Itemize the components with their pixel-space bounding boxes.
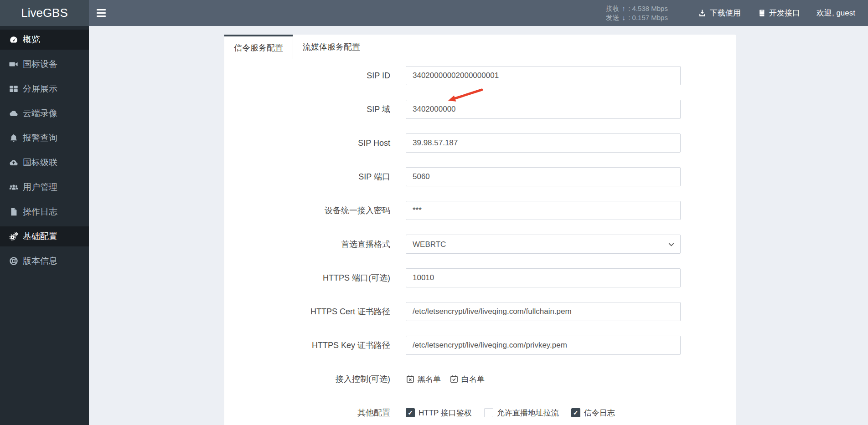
sidebar-item-label: 国标级联	[23, 157, 57, 169]
bandwidth-stats: 接收 ↑ : 4.538 Mbps 发送 ↓ : 0.157 Mbps	[605, 4, 668, 22]
header-right: 接收 ↑ : 4.538 Mbps 发送 ↓ : 0.157 Mbps 下载使用…	[605, 0, 868, 26]
sidebar-item-overview[interactable]: 概览	[0, 30, 89, 50]
form-row-live-format: 首选直播格式 WEBRTC	[224, 235, 736, 254]
sidebar-toggle-button[interactable]	[97, 0, 107, 26]
sidebar-item-label: 版本信息	[23, 255, 57, 267]
sidebar-item-label: 概览	[23, 34, 40, 46]
version-icon	[8, 256, 19, 266]
download-icon	[698, 9, 707, 17]
field-label: HTTPS Key 证书路径	[224, 340, 390, 351]
https-cert-path-input[interactable]	[406, 302, 681, 321]
hamburger-icon	[97, 12, 106, 14]
receive-rate: 接收 ↑ : 4.538 Mbps	[605, 4, 668, 13]
hamburger-icon	[97, 9, 106, 10]
checkbox-icon	[484, 408, 493, 417]
form-row-sip-id: SIP ID	[224, 66, 736, 85]
sidebar-item-user-management[interactable]: 用户管理	[0, 177, 89, 197]
allow-live-url-pull-checkbox[interactable]: 允许直播地址拉流	[484, 408, 559, 418]
sidebar-item-split-screen[interactable]: 分屏展示	[0, 79, 89, 99]
download-link[interactable]: 下载使用	[698, 8, 741, 18]
send-rate: 发送 ↓ : 0.157 Mbps	[605, 13, 668, 22]
form-row-https-cert: HTTPS Cert 证书路径	[224, 302, 736, 321]
arrow-up-icon: ↑	[621, 5, 627, 12]
field-label: SIP 端口	[224, 171, 390, 182]
dashboard-icon	[8, 35, 19, 45]
cloud-upload-icon	[8, 158, 19, 168]
sidebar-item-version-info[interactable]: 版本信息	[0, 251, 89, 271]
sidebar-item-label: 操作日志	[23, 206, 57, 218]
field-label: 其他配置	[224, 407, 390, 418]
checkbox-icon	[406, 408, 415, 417]
form-row-access-control: 接入控制(可选) 黑名单 白名单	[224, 369, 736, 389]
app-logo[interactable]: LiveGBS	[0, 0, 89, 26]
sidebar-nav: 概览 国标设备 分屏展示 云端录像 报警查询 国标级联 用户管理	[0, 26, 89, 425]
sidebar-item-label: 云端录像	[23, 108, 57, 119]
blacklist-button[interactable]: 黑名单	[406, 374, 441, 384]
sidebar-item-basic-config[interactable]: 基础配置	[0, 226, 89, 246]
sip-port-input[interactable]	[406, 167, 681, 186]
top-header: LiveGBS 接收 ↑ : 4.538 Mbps 发送 ↓ : 0.157 M…	[0, 0, 868, 26]
sidebar-item-gb-cascade[interactable]: 国标级联	[0, 153, 89, 173]
form-row-sip-host: SIP Host	[224, 133, 736, 153]
field-label: SIP ID	[224, 71, 390, 81]
tab-signaling-service-config[interactable]: 信令服务配置	[224, 35, 293, 59]
calendar-times-icon	[406, 374, 415, 384]
signaling-log-checkbox[interactable]: 信令日志	[571, 408, 615, 418]
sip-id-input[interactable]	[406, 66, 681, 85]
field-label: SIP Host	[224, 138, 390, 148]
file-icon	[8, 207, 19, 217]
main-content: 信令服务配置 流媒体服务配置 SIP ID SIP 域 SIP Host SIP…	[89, 26, 868, 425]
form-row-https-key: HTTPS Key 证书路径	[224, 336, 736, 355]
field-label: HTTPS 端口(可选)	[224, 272, 390, 283]
form-row-https-port: HTTPS 端口(可选)	[224, 268, 736, 287]
preferred-live-format-select[interactable]: WEBRTC	[406, 235, 681, 254]
sip-domain-input[interactable]	[406, 100, 681, 119]
sidebar-item-label: 报警查询	[23, 132, 57, 144]
sidebar-item-alarm-query[interactable]: 报警查询	[0, 128, 89, 148]
signaling-config-form: SIP ID SIP 域 SIP Host SIP 端口 设备统一接入密码 首选	[224, 59, 736, 422]
users-icon	[8, 182, 19, 192]
form-row-device-password: 设备统一接入密码	[224, 201, 736, 220]
checkbox-icon	[571, 408, 580, 417]
hamburger-icon	[97, 15, 106, 17]
cloud-icon	[8, 108, 19, 118]
calendar-check-icon	[450, 374, 459, 384]
gears-icon	[8, 231, 19, 241]
book-icon	[757, 9, 766, 17]
field-label: HTTPS Cert 证书路径	[224, 306, 390, 317]
sidebar-item-cloud-recording[interactable]: 云端录像	[0, 103, 89, 123]
sidebar-item-gb-devices[interactable]: 国标设备	[0, 54, 89, 74]
form-row-other-config: 其他配置 HTTP 接口鉴权 允许直播地址拉流 信令日志	[224, 403, 736, 422]
api-docs-link[interactable]: 开发接口	[757, 8, 800, 18]
field-label: 接入控制(可选)	[224, 374, 390, 384]
form-row-sip-port: SIP 端口	[224, 167, 736, 186]
sidebar-item-label: 用户管理	[23, 181, 57, 193]
whitelist-button[interactable]: 白名单	[450, 374, 485, 384]
config-tabs: 信令服务配置 流媒体服务配置	[224, 35, 736, 59]
https-key-path-input[interactable]	[406, 336, 681, 355]
config-card: 信令服务配置 流媒体服务配置 SIP ID SIP 域 SIP Host SIP…	[224, 35, 736, 425]
grid-icon	[8, 84, 19, 94]
sidebar-item-label: 国标设备	[23, 58, 57, 70]
camera-icon	[8, 59, 19, 69]
sidebar-item-operation-log[interactable]: 操作日志	[0, 202, 89, 222]
user-menu[interactable]: 欢迎, guest	[816, 8, 855, 18]
sip-host-input[interactable]	[406, 133, 681, 153]
sidebar-item-label: 分屏展示	[23, 83, 57, 95]
tab-media-service-config[interactable]: 流媒体服务配置	[293, 35, 370, 59]
bell-icon	[8, 133, 19, 143]
field-label: SIP 域	[224, 104, 390, 115]
field-label: 设备统一接入密码	[224, 205, 390, 216]
https-port-input[interactable]	[406, 268, 681, 287]
field-label: 首选直播格式	[224, 239, 390, 250]
sidebar-item-label: 基础配置	[23, 230, 57, 242]
http-api-auth-checkbox[interactable]: HTTP 接口鉴权	[406, 408, 472, 418]
form-row-sip-domain: SIP 域	[224, 100, 736, 119]
device-access-password-input[interactable]	[406, 201, 681, 220]
arrow-down-icon: ↓	[621, 14, 627, 21]
